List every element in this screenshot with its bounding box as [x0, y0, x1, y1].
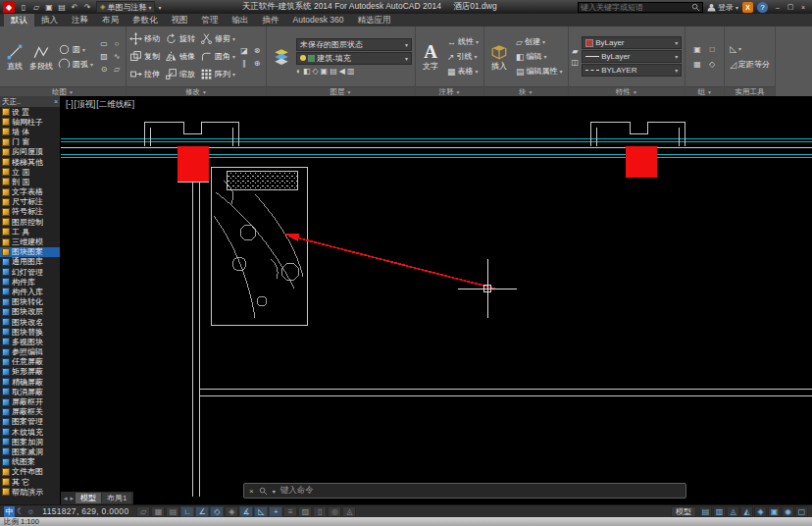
- sidebar-item[interactable]: 通用图库: [0, 257, 60, 267]
- ribbon-tab-manage[interactable]: 管理: [195, 14, 226, 26]
- ribbon-tab-home[interactable]: 默认: [4, 14, 34, 26]
- erase-icon[interactable]: ◪: [238, 44, 250, 56]
- layer-dropdown[interactable]: 建筑-填充 ▾: [296, 52, 412, 65]
- sidebar-item[interactable]: 图案减洞: [0, 447, 60, 456]
- annotation-visibility-icon[interactable]: ◬: [727, 506, 739, 517]
- display-settings-icon[interactable]: ☼: [26, 506, 34, 517]
- toggle-polar-tracking[interactable]: ∠: [195, 506, 209, 517]
- qat-more-icon[interactable]: ▾: [158, 4, 161, 11]
- sidebar-item[interactable]: 幻灯管理: [0, 267, 60, 277]
- maximize-icon[interactable]: ▢: [785, 1, 796, 13]
- sidebar-item[interactable]: 木纹填充: [0, 427, 60, 437]
- layer-on-icon[interactable]: [300, 55, 306, 61]
- layer-state-dropdown[interactable]: 未保存的图层状态 ▾: [296, 38, 412, 51]
- layer-previous-icon[interactable]: ◀: [339, 67, 345, 76]
- undo-icon[interactable]: ↶: [69, 1, 80, 13]
- viewport-menu-control[interactable]: [-]: [66, 99, 74, 111]
- toggle-dynamic-ucs[interactable]: ◺: [254, 506, 268, 517]
- region-icon[interactable]: ▱: [111, 64, 123, 76]
- explode-icon[interactable]: ⊗: [251, 44, 263, 56]
- sidebar-item[interactable]: 工 具: [0, 227, 60, 237]
- properties-palette-icon[interactable]: ◫: [572, 58, 580, 67]
- clean-screen-icon[interactable]: ▢: [795, 506, 808, 517]
- chevron-down-icon[interactable]: ▾: [82, 46, 85, 53]
- annotation-autoscale-icon[interactable]: ◭: [740, 506, 753, 517]
- layer-match-icon[interactable]: ▤: [330, 67, 337, 76]
- toggle-object-snap[interactable]: ◇: [210, 506, 224, 517]
- toggle-grid-display[interactable]: ▤: [166, 506, 179, 517]
- ribbon-tab-layout[interactable]: 布局: [95, 14, 126, 26]
- group-edit-icon[interactable]: ▦: [690, 57, 704, 71]
- app-menu-icon[interactable]: ◆: [3, 1, 15, 13]
- drawing-scale-label[interactable]: 比例 1:100: [4, 517, 39, 526]
- polyline-button[interactable]: 多段线: [29, 28, 53, 84]
- trim-button[interactable]: 修剪 ▾: [200, 32, 235, 45]
- workspace-switcher[interactable]: ◈ 单图与注释 ▾: [96, 1, 155, 13]
- sidebar-item[interactable]: 墙 体: [0, 127, 60, 136]
- panel-title-layers[interactable]: 图层▼: [267, 86, 415, 96]
- layer-walk-icon[interactable]: ▥: [347, 67, 355, 76]
- insert-block-button[interactable]: 插入: [487, 28, 511, 84]
- plot-icon[interactable]: ▤: [56, 1, 68, 13]
- toggle-snap-mode[interactable]: ▦: [151, 506, 165, 517]
- minimize-icon[interactable]: –: [772, 1, 784, 13]
- circle-button[interactable]: 圆 ▾: [56, 43, 95, 56]
- line-button[interactable]: 直线: [3, 28, 26, 84]
- layout-tab-model[interactable]: 模型: [76, 493, 101, 503]
- quick-view-layouts-icon[interactable]: ▥: [713, 506, 726, 517]
- copy-button[interactable]: 复制: [129, 50, 160, 63]
- ungroup-icon[interactable]: □: [705, 42, 719, 56]
- ellipse-icon[interactable]: ○: [111, 38, 123, 50]
- sidebar-item[interactable]: 线图案: [0, 457, 60, 467]
- ribbon-tab-plugins[interactable]: 插件: [256, 14, 286, 26]
- rectangle-icon[interactable]: ▭: [98, 38, 110, 50]
- help-search[interactable]: [578, 2, 703, 13]
- drawing-viewport[interactable]: [61, 96, 812, 504]
- command-prompt[interactable]: 键入命令: [280, 485, 314, 497]
- palette-header[interactable]: 天正.. ×: [0, 96, 60, 107]
- panel-title-properties[interactable]: 特性▼: [569, 86, 685, 96]
- layout-prev-icon[interactable]: ◂: [63, 495, 69, 502]
- open-file-icon[interactable]: ▱: [30, 1, 42, 13]
- layer-properties-button[interactable]: [270, 28, 293, 84]
- move-button[interactable]: 移动: [129, 32, 160, 45]
- table-button[interactable]: ▦表格▾: [445, 65, 481, 78]
- sidebar-item[interactable]: 图块改层: [0, 307, 60, 317]
- panel-title-annotate[interactable]: 注释▼: [416, 86, 483, 96]
- scale-button[interactable]: 缩放: [165, 68, 195, 80]
- toggle-infer-constraints[interactable]: ▱: [136, 506, 150, 517]
- toggle-3d-object-snap[interactable]: ◈: [225, 506, 238, 517]
- sidebar-item[interactable]: 图块图案: [0, 247, 60, 257]
- sidebar-item[interactable]: 文件布图: [0, 467, 60, 477]
- panel-title-groups[interactable]: 组▼: [685, 86, 724, 96]
- sidebar-item[interactable]: 其 它: [0, 477, 60, 487]
- array-button[interactable]: 阵列 ▾: [200, 68, 235, 80]
- chevron-down-icon[interactable]: ▾: [90, 61, 93, 68]
- edit-block-button[interactable]: ◧编辑▾: [514, 50, 565, 63]
- stretch-button[interactable]: 拉伸: [129, 68, 160, 80]
- sidebar-item[interactable]: 图层控制: [0, 217, 60, 227]
- exchange-apps-icon[interactable]: X: [742, 2, 753, 13]
- toggle-object-snap-tracking[interactable]: ∡: [239, 506, 253, 517]
- workspace-switching-icon[interactable]: ▣: [768, 506, 781, 517]
- offset-icon[interactable]: ∥: [238, 57, 250, 69]
- create-block-button[interactable]: ▱创建▾: [514, 35, 565, 48]
- lineweight-dropdown[interactable]: ByLayer ▾: [582, 50, 682, 63]
- toggle-lineweight[interactable]: ≡: [283, 506, 297, 517]
- join-icon[interactable]: ⊕: [251, 57, 263, 69]
- sidebar-item[interactable]: 轴网柱子: [0, 117, 60, 127]
- panel-title-block[interactable]: 块▼: [484, 86, 568, 96]
- coordinates-readout[interactable]: 1151827, 629, 0.0000: [42, 506, 128, 516]
- search-input[interactable]: [581, 3, 689, 12]
- panel-title-modify[interactable]: 修改▼: [127, 86, 266, 96]
- ribbon-tab-a360[interactable]: Autodesk 360: [286, 14, 351, 26]
- match-properties-icon[interactable]: ▰: [572, 47, 580, 56]
- search-icon[interactable]: [691, 3, 700, 12]
- quick-view-drawings-icon[interactable]: ▤: [699, 506, 712, 517]
- toggle-ortho-mode[interactable]: ∟: [180, 506, 194, 517]
- ribbon-tab-featured[interactable]: 精选应用: [350, 14, 397, 26]
- toggle-selection-cycling[interactable]: ◎: [328, 506, 341, 517]
- model-space-button[interactable]: 模型: [671, 506, 696, 517]
- point-icon[interactable]: ⊙: [98, 64, 110, 76]
- ime-icon[interactable]: 中: [4, 506, 15, 517]
